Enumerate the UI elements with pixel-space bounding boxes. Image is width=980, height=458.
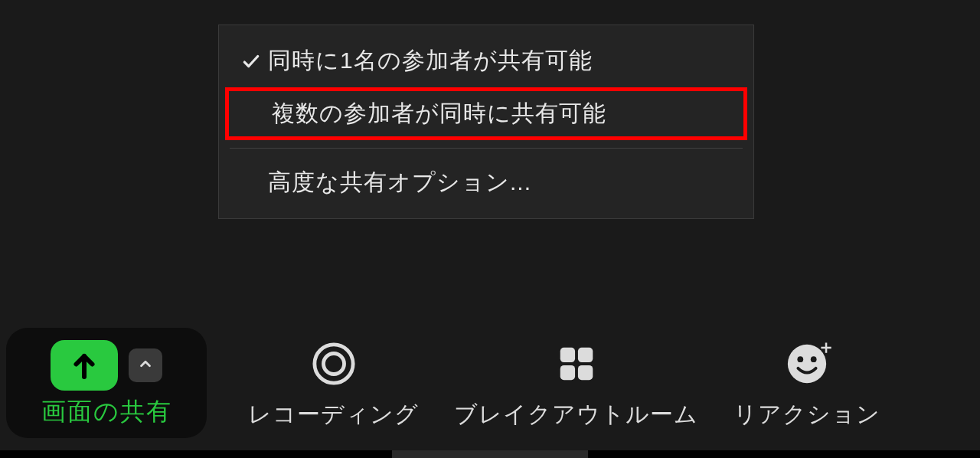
reactions-button[interactable]: ＋ リアクション bbox=[733, 336, 880, 430]
share-top-row bbox=[51, 340, 162, 391]
svg-point-9 bbox=[811, 356, 817, 362]
check-icon bbox=[234, 51, 268, 71]
share-options-menu: 同時に1名の参加者が共有可能 複数の参加者が同時に共有可能 高度な共有オプション… bbox=[218, 25, 754, 219]
svg-rect-4 bbox=[577, 347, 592, 361]
svg-point-1 bbox=[314, 344, 352, 382]
menu-item-label: 高度な共有オプション... bbox=[268, 167, 732, 198]
breakout-rooms-button[interactable]: ブレイクアウトルーム bbox=[454, 336, 698, 430]
smile-icon: ＋ bbox=[785, 336, 829, 391]
meeting-toolbar: 画面の共有 レコーディング ブレイクアウトルーム bbox=[0, 312, 980, 458]
svg-point-8 bbox=[797, 356, 803, 362]
menu-item-advanced-options[interactable]: 高度な共有オプション... bbox=[219, 156, 753, 209]
bottom-edge-strip bbox=[0, 450, 980, 458]
share-options-dropdown-button[interactable] bbox=[129, 348, 162, 382]
record-icon bbox=[312, 336, 356, 391]
menu-item-label: 複数の参加者が同時に共有可能 bbox=[272, 98, 728, 129]
share-screen-group: 画面の共有 bbox=[6, 328, 207, 438]
svg-rect-6 bbox=[577, 365, 592, 379]
share-screen-label: 画面の共有 bbox=[41, 395, 172, 429]
menu-item-one-participant[interactable]: 同時に1名の参加者が共有可能 bbox=[219, 34, 753, 87]
record-label: レコーディング bbox=[248, 399, 419, 430]
svg-rect-3 bbox=[560, 347, 574, 361]
plus-badge-icon: ＋ bbox=[817, 335, 835, 359]
breakout-icon bbox=[554, 336, 599, 391]
svg-point-2 bbox=[323, 353, 344, 374]
chevron-up-icon bbox=[137, 355, 154, 375]
svg-rect-5 bbox=[560, 365, 574, 379]
reactions-label: リアクション bbox=[733, 399, 880, 430]
menu-item-multiple-participants[interactable]: 複数の参加者が同時に共有可能 bbox=[225, 87, 747, 140]
breakout-label: ブレイクアウトルーム bbox=[454, 399, 698, 430]
share-screen-button[interactable] bbox=[51, 340, 118, 391]
menu-separator bbox=[230, 148, 743, 149]
record-button[interactable]: レコーディング bbox=[248, 336, 419, 430]
menu-item-label: 同時に1名の参加者が共有可能 bbox=[268, 45, 732, 77]
share-arrow-up-icon bbox=[70, 349, 98, 381]
